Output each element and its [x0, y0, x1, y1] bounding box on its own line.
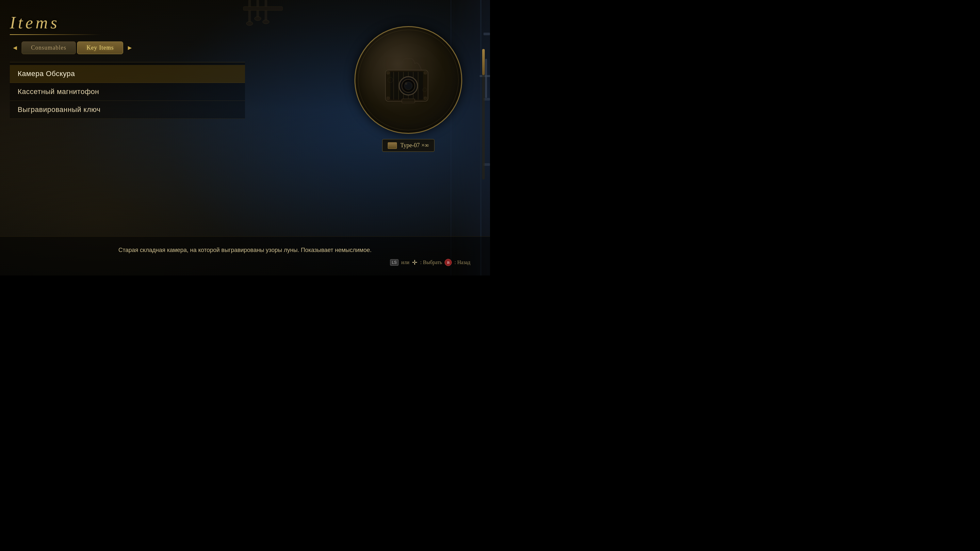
title-underline: [10, 34, 101, 35]
list-item[interactable]: Кассетный магнитофон: [10, 83, 245, 101]
svg-rect-7: [480, 0, 482, 275]
tab-navigation: ◄ Consumables Key Items ►: [10, 41, 245, 54]
svg-rect-12: [480, 75, 490, 77]
item-image: [372, 47, 444, 113]
svg-rect-30: [424, 71, 426, 74]
dpad-icon: ✛: [412, 259, 417, 266]
svg-rect-11: [485, 59, 487, 98]
main-panel: Items ◄ Consumables Key Items ► Камера О…: [10, 13, 245, 249]
scrollbar-thumb[interactable]: [482, 49, 485, 75]
item-display-panel: Type-07 ×∞: [346, 26, 470, 152]
back-text: : Назад: [454, 259, 470, 265]
type-icon: [388, 142, 397, 149]
svg-rect-6: [243, 6, 283, 10]
page-title: Items: [10, 13, 245, 32]
controls-hint: LS или ✛ : Выбрать B : Назад: [20, 259, 470, 266]
back-button: B: [445, 259, 452, 266]
item-description: Старая складная камера, на которой выгра…: [20, 246, 470, 255]
description-area: Старая складная камера, на которой выгра…: [0, 236, 490, 275]
svg-point-5: [262, 20, 269, 24]
svg-rect-32: [424, 97, 426, 100]
or-text: или: [401, 259, 409, 265]
tab-next-arrow[interactable]: ►: [124, 43, 135, 53]
svg-point-24: [405, 82, 407, 85]
svg-rect-27: [402, 99, 415, 103]
items-list: Камера Обскура Кассетный магнитофон Выгр…: [10, 62, 245, 119]
type-badge: Type-07 ×∞: [382, 139, 434, 152]
select-text: : Выбрать: [420, 259, 442, 265]
svg-rect-0: [248, 0, 251, 23]
scrollbar-track[interactable]: [482, 49, 485, 179]
list-item[interactable]: Камера Обскура: [10, 65, 245, 83]
svg-rect-29: [387, 71, 390, 74]
svg-point-4: [255, 17, 261, 21]
type-label: Type-07 ×∞: [400, 142, 429, 149]
ls-button: LS: [390, 259, 399, 266]
svg-rect-31: [387, 97, 390, 100]
svg-rect-8: [484, 33, 490, 35]
tab-key-items[interactable]: Key Items: [77, 41, 123, 54]
tab-prev-arrow[interactable]: ◄: [10, 43, 20, 53]
list-item[interactable]: Выгравированный ключ: [10, 101, 245, 119]
item-image-circle: [355, 26, 462, 134]
svg-point-3: [246, 22, 253, 25]
tab-consumables[interactable]: Consumables: [22, 41, 76, 54]
